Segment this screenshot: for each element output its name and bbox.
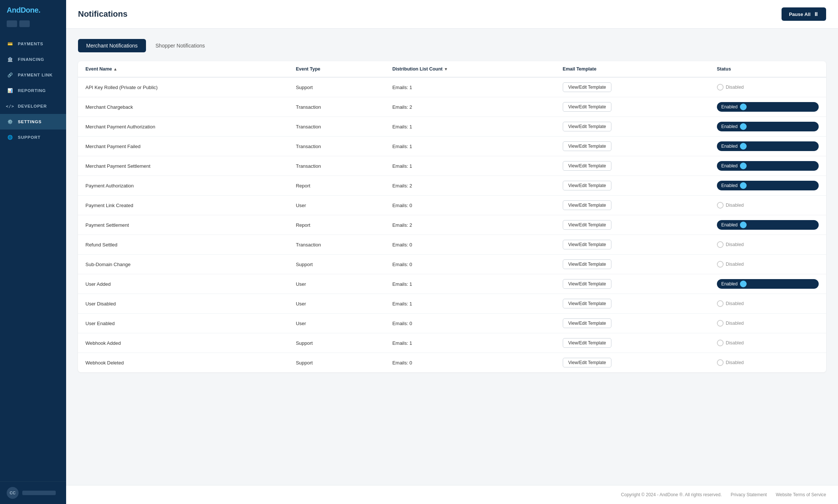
cell-status: Disabled [709,196,826,215]
cell-event-type: Transaction [288,97,385,117]
view-edit-template-button[interactable]: View/Edit Template [563,259,612,269]
cell-dist-list: Emails: 1 [385,77,555,97]
view-edit-template-button[interactable]: View/Edit Template [563,102,612,112]
cell-status: Enabled [709,117,826,137]
cell-status: Disabled [709,235,826,255]
privacy-link[interactable]: Privacy Statement [731,492,767,497]
status-enabled-label: Enabled [721,281,738,287]
sidebar-item-payments[interactable]: 💳 Payments [0,36,66,52]
view-edit-template-button[interactable]: View/Edit Template [563,181,612,190]
toggle-off-knob [717,84,724,91]
view-edit-template-button[interactable]: View/Edit Template [563,82,612,92]
view-edit-template-button[interactable]: View/Edit Template [563,318,612,328]
status-disabled-wrap[interactable]: Disabled [717,84,819,91]
col-dist-list[interactable]: Distribution List Count ▼ [385,61,555,77]
status-disabled-label: Disabled [726,85,744,90]
cell-dist-list: Emails: 0 [385,196,555,215]
view-edit-template-button[interactable]: View/Edit Template [563,299,612,308]
col-event-name[interactable]: Event Name ▲ [78,61,288,77]
cell-event-type: Support [288,353,385,373]
sidebar-label-support: Support [18,135,40,140]
sidebar-item-support[interactable]: 🌐 Support [0,130,66,145]
toggle-on-knob [740,143,747,150]
status-disabled-wrap[interactable]: Disabled [717,320,819,327]
logo-text: AndDone. [7,6,40,14]
sidebar-item-developer[interactable]: </> Developer [0,98,66,114]
cell-dist-list: Emails: 0 [385,314,555,333]
cell-event-name: Merchant Payment Authorization [78,117,288,137]
toggle-off-knob [717,359,724,366]
cell-status: Disabled [709,333,826,353]
cell-event-type: User [288,294,385,314]
view-edit-template-button[interactable]: View/Edit Template [563,141,612,151]
cell-status: Disabled [709,77,826,97]
avatar-box-1 [7,20,17,27]
status-enabled-wrap[interactable]: Enabled [717,220,819,230]
financing-icon: 🏦 [7,56,13,63]
cell-event-type: Transaction [288,156,385,176]
payments-icon: 💳 [7,40,13,47]
status-enabled-wrap[interactable]: Enabled [717,161,819,171]
cell-dist-list: Emails: 1 [385,117,555,137]
cell-email-template: View/Edit Template [555,215,709,235]
cell-status: Disabled [709,314,826,333]
status-enabled-wrap[interactable]: Enabled [717,141,819,151]
status-enabled-wrap[interactable]: Enabled [717,181,819,190]
sidebar-avatar-row [0,19,66,33]
toggle-off-knob [717,300,724,307]
status-disabled-wrap[interactable]: Disabled [717,359,819,366]
terms-link[interactable]: Website Terms of Service [776,492,826,497]
cell-email-template: View/Edit Template [555,196,709,215]
toggle-on-knob [740,123,747,130]
view-edit-template-button[interactable]: View/Edit Template [563,358,612,367]
view-edit-template-button[interactable]: View/Edit Template [563,122,612,131]
view-edit-template-button[interactable]: View/Edit Template [563,220,612,230]
sidebar-item-settings[interactable]: ⚙️ Settings [0,114,66,130]
col-event-name-label: Event Name [85,66,112,72]
status-enabled-wrap[interactable]: Enabled [717,279,819,289]
sidebar-item-payment-link[interactable]: 🔗 Payment Link [0,67,66,83]
toggle-off-knob [717,202,724,209]
cell-dist-list: Emails: 2 [385,97,555,117]
table-row: User EnabledUserEmails: 0View/Edit Templ… [78,314,826,333]
cell-event-type: Transaction [288,137,385,156]
cell-event-name: Refund Settled [78,235,288,255]
page-footer: Copyright © 2024 - AndDone ®. All rights… [66,485,838,504]
sort-asc-icon: ▲ [113,67,117,71]
col-event-type-label: Event Type [296,66,320,72]
view-edit-template-button[interactable]: View/Edit Template [563,338,612,348]
view-edit-template-button[interactable]: View/Edit Template [563,200,612,210]
view-edit-template-button[interactable]: View/Edit Template [563,161,612,171]
status-disabled-wrap[interactable]: Disabled [717,261,819,268]
status-disabled-wrap[interactable]: Disabled [717,241,819,248]
view-edit-template-button[interactable]: View/Edit Template [563,279,612,289]
cell-event-type: Support [288,77,385,97]
page-header: Notifications Pause All ⏸ [66,0,838,29]
cell-email-template: View/Edit Template [555,117,709,137]
sidebar-label-reporting: Reporting [18,88,46,93]
sidebar-label-payments: Payments [18,42,43,46]
status-disabled-wrap[interactable]: Disabled [717,202,819,209]
toggle-off-knob [717,241,724,248]
pause-all-button[interactable]: Pause All ⏸ [782,7,826,21]
cell-event-name: Merchant Payment Settlement [78,156,288,176]
sidebar-nav: 💳 Payments 🏦 Financing 🔗 Payment Link 📊 … [0,33,66,481]
status-enabled-wrap[interactable]: Enabled [717,122,819,131]
toggle-off-knob [717,320,724,327]
status-enabled-wrap[interactable]: Enabled [717,102,819,112]
main-content: Notifications Pause All ⏸ Merchant Notif… [66,0,838,504]
status-disabled-wrap[interactable]: Disabled [717,340,819,346]
tab-shopper[interactable]: Shopper Notifications [147,39,213,52]
status-enabled-label: Enabled [721,124,738,129]
cell-dist-list: Emails: 1 [385,274,555,294]
view-edit-template-button[interactable]: View/Edit Template [563,240,612,249]
sidebar-item-financing[interactable]: 🏦 Financing [0,52,66,67]
table-row: Merchant Payment FailedTransactionEmails… [78,137,826,156]
tab-merchant[interactable]: Merchant Notifications [78,39,146,52]
cell-dist-list: Emails: 0 [385,235,555,255]
col-email-template-label: Email Template [563,66,597,72]
cell-dist-list: Emails: 0 [385,353,555,373]
sidebar-item-reporting[interactable]: 📊 Reporting [0,83,66,98]
cell-status: Enabled [709,274,826,294]
status-disabled-wrap[interactable]: Disabled [717,300,819,307]
